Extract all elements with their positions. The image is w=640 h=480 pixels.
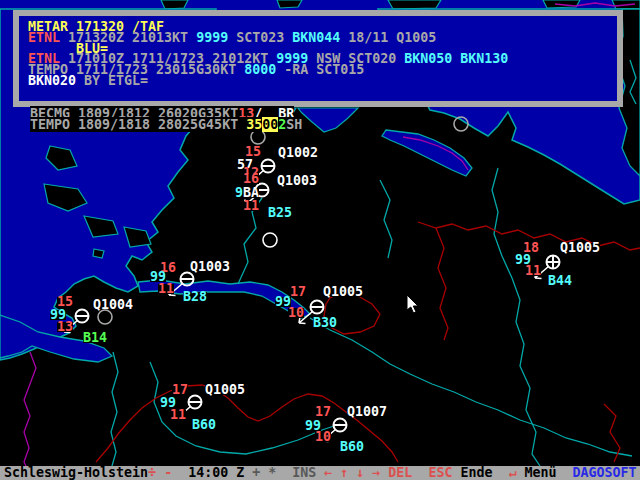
metar-token: BY ETGL= bbox=[84, 73, 148, 88]
station-label: BA bbox=[243, 188, 259, 198]
taf-token: 35 bbox=[246, 117, 262, 132]
station-label: 16 bbox=[243, 174, 259, 184]
station-label: Q1005 bbox=[323, 287, 363, 297]
key-minus[interactable]: - bbox=[164, 465, 188, 480]
metar-token: 9999 bbox=[196, 30, 236, 45]
station-label: Q1003 bbox=[190, 262, 230, 272]
empty-circle-icon bbox=[258, 137, 259, 138]
key-esc[interactable]: ESC bbox=[428, 465, 460, 480]
empty-circle-icon bbox=[105, 317, 106, 318]
station-label: 15 bbox=[57, 297, 73, 307]
station-label: 17 bbox=[172, 385, 188, 395]
weather-app-screen: 15Q1002571216Q10039BA11B2516Q10039911B28… bbox=[0, 0, 640, 480]
station-symbol bbox=[317, 307, 318, 308]
station-label: Q1002 bbox=[278, 148, 318, 158]
station-label: Q1005 bbox=[560, 243, 600, 253]
station-label: B25 bbox=[268, 208, 292, 218]
esc-ende-label[interactable]: Ende bbox=[460, 465, 508, 480]
region-label: Schleswig-Holstein bbox=[4, 465, 148, 480]
metar-token: 8000 bbox=[244, 62, 284, 77]
taf-token: SH bbox=[286, 117, 302, 132]
empty-circle-icon bbox=[461, 124, 462, 125]
station-label: 17 bbox=[315, 407, 331, 417]
station-label: B30 bbox=[313, 318, 337, 328]
metar-token: SCT023 bbox=[236, 30, 292, 45]
station-label: B60 bbox=[192, 420, 216, 430]
station-label: 11 bbox=[525, 266, 541, 276]
station-symbol bbox=[553, 262, 554, 263]
station-label: 10 bbox=[315, 432, 331, 442]
metar-line-6: BKN020 BY ETGL= bbox=[28, 76, 617, 87]
key-del[interactable]: DEL bbox=[388, 465, 428, 480]
station-label: 17 bbox=[290, 287, 306, 297]
key-arrow-up[interactable]: ↑ bbox=[340, 465, 356, 480]
station-symbol bbox=[195, 402, 196, 403]
station-label: 9 bbox=[235, 188, 243, 198]
metar-token: BKN044 bbox=[292, 30, 348, 45]
station-label: 11 bbox=[170, 410, 186, 420]
metar-taf-box: METAR 171320 /TAFETNL 171320Z 21013KT 99… bbox=[13, 10, 623, 107]
station-label: Q1005 bbox=[205, 385, 245, 395]
key-plus[interactable]: + bbox=[252, 465, 268, 480]
enter-menu-label[interactable]: Menü bbox=[524, 465, 572, 480]
metar-line-2: ETNL 171320Z 21013KT 9999 SCT023 BKN044 … bbox=[28, 33, 617, 44]
station-label: B14 bbox=[83, 333, 107, 343]
metar-token: 18/11 Q1005 bbox=[348, 30, 436, 45]
station-label: 11 bbox=[158, 284, 174, 294]
station-label: B44 bbox=[548, 276, 572, 286]
station-symbol bbox=[262, 190, 263, 191]
station-label: Q1004 bbox=[93, 300, 133, 310]
key-arrow-down[interactable]: ↓ bbox=[356, 465, 372, 480]
taf-token: TEMPO 1809/1818 28025G45KT bbox=[30, 117, 246, 132]
station-symbol bbox=[340, 425, 341, 426]
taf-token: 00 bbox=[262, 117, 278, 132]
status-bar: Schleswig-Holstein÷ - 14:00 Z + * INS ← … bbox=[0, 466, 640, 480]
taf-token: 2 bbox=[278, 117, 286, 132]
station-label: 15 bbox=[245, 147, 261, 157]
station-label: Q1003 bbox=[277, 176, 317, 186]
taf-overlay-line-2: TEMPO 1809/1818 28025G45KT 35002SH bbox=[30, 119, 302, 130]
station-label: 10 bbox=[288, 308, 304, 318]
mouse-cursor bbox=[407, 295, 408, 296]
empty-circle-icon bbox=[270, 240, 271, 241]
station-label: 13 bbox=[57, 322, 73, 332]
station-symbol bbox=[187, 279, 188, 280]
station-symbol bbox=[82, 316, 83, 317]
time-label: 14:00 Z bbox=[188, 465, 252, 480]
station-label: B28 bbox=[183, 292, 207, 302]
key-enter[interactable]: ↵ bbox=[508, 465, 524, 480]
brand-dagosoft: DAGOSOFT bbox=[573, 465, 637, 480]
taf-overlay-text: BECMG 1809/1812 26020G35KT13/ BRTEMPO 18… bbox=[30, 108, 302, 130]
station-label: Q1007 bbox=[347, 407, 387, 417]
key-divide[interactable]: ÷ bbox=[148, 465, 164, 480]
station-label: B60 bbox=[340, 442, 364, 452]
station-symbol bbox=[268, 166, 269, 167]
metar-token: -RA SCT015 bbox=[284, 62, 364, 77]
metar-token: BKN050 BKN130 bbox=[404, 51, 508, 66]
key-arrow-left[interactable]: ← bbox=[324, 465, 340, 480]
station-label: 11 bbox=[243, 201, 259, 211]
key-asterisk[interactable]: * bbox=[268, 465, 292, 480]
key-insert[interactable]: INS bbox=[292, 465, 324, 480]
key-arrow-right[interactable]: → bbox=[372, 465, 388, 480]
metar-token: BKN020 bbox=[28, 73, 84, 88]
